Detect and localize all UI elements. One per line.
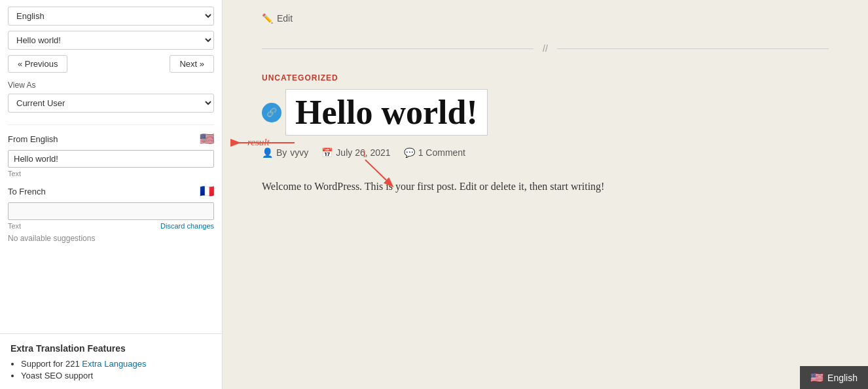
edit-icon: ✏️ [262,13,273,24]
view-as-label: View As [8,81,214,90]
author-icon: 👤 [262,147,273,158]
to-section: To French 🇫🇷 Text Discard changes No ava… [8,184,214,243]
edit-label: Edit [277,13,293,24]
next-button[interactable]: Next » [170,55,214,73]
from-input[interactable] [8,150,214,168]
sidebar: English French Spanish Hello world! Samp… [0,0,223,389]
from-input-meta: Text [8,170,214,177]
feature-prefix-2: Yoast SEO support [21,371,93,380]
prev-button[interactable]: « Previous [8,55,67,73]
author-by: By [276,147,287,158]
feature-prefix-1: Support for 221 [21,359,82,369]
main-content: ✏️ Edit // UNCATEGORIZED 🔗 Hello world! … [223,0,868,389]
date-meta: 📅 July 26, 2021 [321,147,390,158]
no-suggestions: No available suggestions [8,234,214,243]
to-input[interactable] [8,202,214,220]
post-content: Welcome to WordPress. This is your first… [262,177,642,195]
calendar-icon: 📅 [321,147,333,158]
to-input-meta: Text Discard changes [8,222,214,230]
from-section-header: From English 🇺🇸 [8,132,214,146]
from-section: From English 🇺🇸 Text [8,132,214,177]
author-meta: 👤 By vyvy [262,147,308,158]
category-label[interactable]: UNCATEGORIZED [262,73,829,83]
separator-text: // [533,43,557,54]
post-title-box: Hello world! [285,89,488,136]
separator: // [262,43,829,54]
discard-link[interactable]: Discard changes [160,222,214,230]
from-label: From English [8,134,58,144]
from-input-type: Text [8,170,21,177]
divider [8,124,214,125]
to-label: To French [8,187,46,196]
extra-feature-item-1: Support for 221 Extra Languages [21,359,211,369]
extra-feature-item-2: Yoast SEO support [21,371,211,380]
language-select[interactable]: English French Spanish [8,7,214,26]
post-select[interactable]: Hello world! Sample Page About [8,31,214,50]
author-name[interactable]: vyvy [290,147,308,158]
comment-meta: 💬 1 Comment [404,147,465,158]
post-date: July 26, 2021 [336,147,390,158]
post-title-area: 🔗 Hello world! [262,89,829,136]
nav-buttons: « Previous Next » [8,55,214,73]
pencil-icon: 🔗 [266,107,277,117]
edit-link[interactable]: ✏️ Edit [262,13,829,24]
extra-features: Extra Translation Features Support for 2… [0,333,222,389]
view-as-select[interactable]: Current User Administrator [8,94,214,113]
to-section-header: To French 🇫🇷 [8,184,214,198]
extra-features-title: Extra Translation Features [10,343,211,354]
from-flag: 🇺🇸 [200,132,214,146]
english-badge[interactable]: 🇺🇸 English [800,366,868,389]
post-title: Hello world! [295,94,478,131]
comment-icon: 💬 [404,147,415,158]
edit-pencil-button[interactable]: 🔗 [262,103,281,122]
extra-features-list: Support for 221 Extra Languages Yoast SE… [10,359,211,380]
badge-flag: 🇺🇸 [810,371,823,384]
badge-language: English [827,373,858,383]
feature-highlight-1: Extra Languages [82,359,146,369]
post-meta: 👤 By vyvy 📅 July 26, 2021 💬 1 Comment [262,147,829,158]
to-flag: 🇫🇷 [200,184,214,198]
to-input-type: Text [8,222,21,230]
result-annotation: result [247,137,270,147]
post-content-text: Welcome to WordPress. This is your first… [262,181,604,192]
comment-count[interactable]: 1 Comment [418,147,465,158]
